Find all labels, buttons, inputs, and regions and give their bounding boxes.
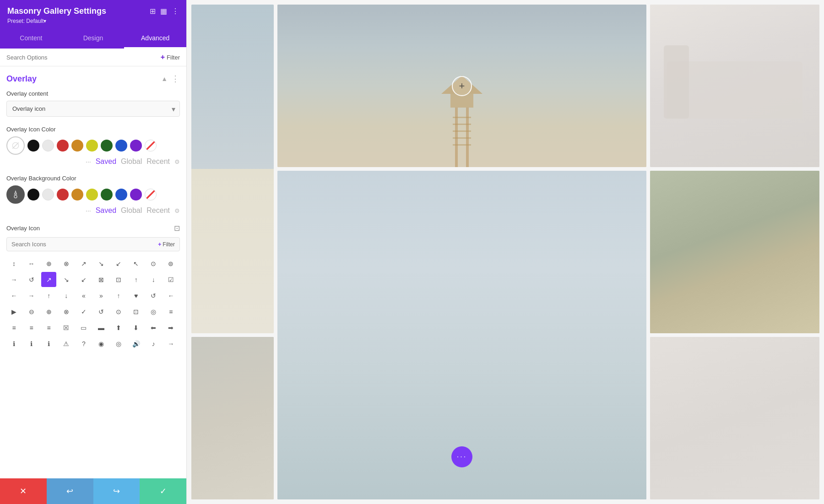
icon-search-input[interactable] (11, 241, 158, 248)
bg-color-tab-saved[interactable]: Saved (96, 206, 116, 215)
gallery-image-3[interactable] (650, 5, 819, 167)
icon-cell-1[interactable]: ↔ (24, 256, 39, 271)
gallery-image-7[interactable] (650, 337, 819, 499)
icon-cell-33[interactable]: ⊗ (59, 304, 74, 319)
responsive-icon[interactable]: ⊞ (150, 7, 156, 16)
overlay-icon-color-current[interactable] (6, 136, 25, 155)
color-blue[interactable] (115, 140, 127, 152)
cancel-button[interactable]: ✕ (0, 478, 47, 504)
icon-cell-0[interactable]: ↕ (6, 256, 22, 271)
icon-cell-8[interactable]: ⊙ (146, 256, 161, 271)
icon-cell-34[interactable]: ✓ (76, 304, 91, 319)
icon-cell-29[interactable]: ← (163, 288, 179, 303)
icon-cell-21[interactable]: → (24, 288, 39, 303)
color-purple[interactable] (130, 140, 142, 152)
bg-color-red[interactable] (57, 189, 69, 201)
icon-cell-42[interactable]: ≡ (41, 320, 56, 335)
color-yellow[interactable] (86, 140, 98, 152)
color-black[interactable] (27, 140, 39, 152)
icon-cell-14[interactable]: ↙ (76, 272, 91, 287)
icon-cell-58[interactable]: ♪ (146, 336, 161, 351)
gallery-image-1[interactable] (191, 5, 274, 333)
bg-color-green[interactable] (101, 189, 113, 201)
tab-advanced[interactable]: Advanced (124, 29, 186, 49)
icon-cell-55[interactable]: ◉ (93, 336, 108, 351)
icon-cell-43[interactable]: ☒ (59, 320, 74, 335)
grid-icon[interactable]: ▦ (160, 7, 167, 16)
icon-cell-13[interactable]: ↘ (59, 272, 74, 287)
icon-cell-41[interactable]: ≡ (24, 320, 39, 335)
icon-cell-51[interactable]: ℹ (24, 336, 39, 351)
icon-cell-38[interactable]: ◎ (146, 304, 161, 319)
icon-cell-2[interactable]: ⊕ (41, 256, 56, 271)
icon-cell-35[interactable]: ↺ (93, 304, 108, 319)
icon-cell-25[interactable]: » (93, 288, 108, 303)
icon-cell-4[interactable]: ↗ (76, 256, 91, 271)
tab-content[interactable]: Content (0, 29, 62, 49)
icon-cell-59[interactable]: → (163, 336, 179, 351)
icon-cell-48[interactable]: ⬅ (146, 320, 161, 335)
section-collapse-icon[interactable]: ▲ (161, 75, 168, 82)
icon-cell-32[interactable]: ⊕ (41, 304, 56, 319)
icon-cell-26[interactable]: ↑ (111, 288, 126, 303)
icon-cell-12[interactable]: ↗ (41, 272, 56, 287)
icon-cell-37[interactable]: ⊡ (129, 304, 144, 319)
icon-cell-56[interactable]: ◎ (111, 336, 126, 351)
icon-cell-53[interactable]: ⚠ (59, 336, 74, 351)
undo-button[interactable]: ↩ (47, 478, 93, 504)
icon-cell-54[interactable]: ? (76, 336, 91, 351)
gallery-image-6[interactable] (650, 171, 819, 333)
icon-cell-39[interactable]: ≡ (163, 304, 179, 319)
color-none[interactable] (145, 140, 157, 152)
bg-color-white[interactable] (42, 189, 54, 201)
icon-cell-52[interactable]: ℹ (41, 336, 56, 351)
icon-cell-30[interactable]: ▶ (6, 304, 22, 319)
bg-color-orange[interactable] (71, 189, 83, 201)
icon-cell-11[interactable]: ↺ (24, 272, 39, 287)
bg-color-settings-icon[interactable]: ⚙ (174, 207, 180, 214)
bg-color-black[interactable] (27, 189, 39, 201)
icon-cell-7[interactable]: ↖ (129, 256, 144, 271)
bg-color-more-icon[interactable]: ··· (86, 207, 91, 214)
icon-cell-10[interactable]: → (6, 272, 22, 287)
icon-cell-36[interactable]: ⊙ (111, 304, 126, 319)
icon-cell-6[interactable]: ↙ (111, 256, 126, 271)
preset-label[interactable]: Preset: Default▾ (7, 18, 179, 24)
color-more-icon[interactable]: ··· (86, 158, 91, 165)
search-input[interactable] (6, 54, 161, 61)
icon-cell-47[interactable]: ⬇ (129, 320, 144, 335)
section-menu-icon[interactable]: ⋮ (171, 74, 180, 84)
redo-button[interactable]: ↪ (93, 478, 140, 504)
color-white[interactable] (42, 140, 54, 152)
icon-cell-15[interactable]: ⊠ (93, 272, 108, 287)
bg-color-yellow[interactable] (86, 189, 98, 201)
icon-cell-50[interactable]: ℹ (6, 336, 22, 351)
icon-filter-button[interactable]: + Filter (158, 241, 175, 248)
icon-cell-46[interactable]: ⬆ (111, 320, 126, 335)
bg-color-purple[interactable] (130, 189, 142, 201)
gallery-image-5[interactable]: ··· (277, 171, 646, 499)
save-button[interactable]: ✓ (140, 478, 186, 504)
icon-cell-28[interactable]: ↺ (146, 288, 161, 303)
icon-cell-57[interactable]: 🔊 (129, 336, 144, 351)
bg-color-none[interactable] (145, 189, 157, 201)
bg-color-blue[interactable] (115, 189, 127, 201)
icon-cell-45[interactable]: ▬ (93, 320, 108, 335)
color-tab-global[interactable]: Global (121, 157, 142, 166)
filter-button[interactable]: + Filter (161, 53, 180, 61)
gallery-image-2[interactable]: + (277, 5, 646, 167)
bg-color-tab-global[interactable]: Global (121, 206, 142, 215)
gallery-image-4[interactable] (191, 337, 274, 499)
icon-cell-22[interactable]: ↑ (41, 288, 56, 303)
icon-cell-40[interactable]: ≡ (6, 320, 22, 335)
color-green[interactable] (101, 140, 113, 152)
color-tab-saved[interactable]: Saved (96, 157, 116, 166)
color-tab-recent[interactable]: Recent (146, 157, 170, 166)
icon-cell-16[interactable]: ⊡ (111, 272, 126, 287)
icon-cell-24[interactable]: « (76, 288, 91, 303)
tab-design[interactable]: Design (62, 29, 125, 49)
icon-cell-27[interactable]: ♥ (129, 288, 144, 303)
color-settings-icon[interactable]: ⚙ (174, 158, 180, 165)
icon-cell-20[interactable]: ← (6, 288, 22, 303)
icon-cell-23[interactable]: ↓ (59, 288, 74, 303)
